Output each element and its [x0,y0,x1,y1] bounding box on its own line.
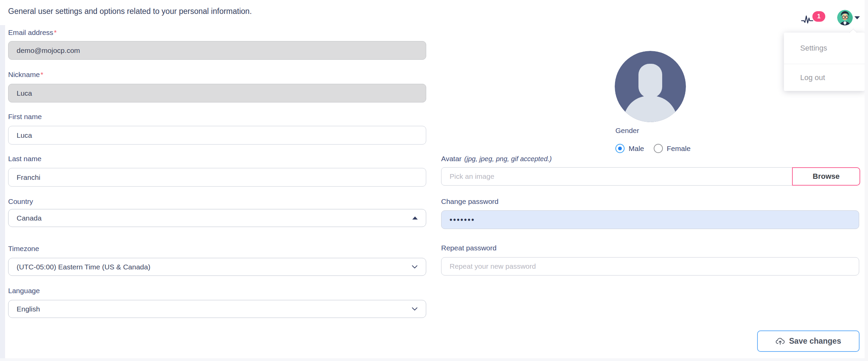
page-description: General user settings and options relate… [8,7,252,16]
user-avatar-image [837,10,853,25]
email-label: Email address* [8,28,57,37]
last-name-label: Last name [8,155,41,163]
gender-option-female[interactable]: Female [654,144,691,153]
change-password-input[interactable] [441,210,859,229]
language-value: English [17,305,40,313]
avatar-file-input[interactable] [441,167,792,186]
profile-avatar-placeholder [615,51,686,122]
user-menu-caret-icon[interactable] [854,16,860,19]
left-edge-strip [0,25,5,361]
avatar-label: Avatar [441,155,461,163]
timezone-value: (UTC-05:00) Eastern Time (US & Canada) [17,263,150,271]
required-asterisk: * [54,28,57,36]
browse-button[interactable]: Browse [792,167,860,186]
radio-male[interactable] [615,144,625,153]
last-name-input[interactable] [8,168,426,187]
repeat-password-input[interactable] [441,257,859,276]
notification-badge[interactable]: 1 [812,11,825,22]
nickname-input[interactable] [8,84,426,102]
bottom-edge-strip [0,358,868,361]
chevron-down-icon [412,265,418,269]
female-label: Female [667,145,691,153]
nickname-label: Nickname* [8,71,43,79]
country-label: Country [8,197,33,206]
menu-item-settings[interactable]: Settings [784,33,865,64]
gender-option-male[interactable]: Male [615,144,644,153]
chevron-down-icon [412,307,418,311]
first-name-label: First name [8,113,42,121]
gender-radio-group: Male Female [615,144,691,153]
first-name-input[interactable] [8,126,426,145]
radio-female[interactable] [654,144,663,153]
avatar-formats-note: (jpg, jpeg, png, gif accepted.) [464,155,552,163]
avatar-label-row: Avatar (jpg, jpeg, png, gif accepted.) [441,155,552,163]
vertical-scrollbar[interactable] [865,0,868,361]
save-changes-button[interactable]: Save changes [757,330,860,352]
change-password-label: Change password [441,197,498,206]
save-changes-label: Save changes [789,337,841,346]
user-settings-page: General user settings and options relate… [0,0,868,361]
language-label: Language [8,287,40,295]
required-asterisk: * [40,71,43,78]
cloud-upload-icon [775,337,785,345]
male-label: Male [629,145,644,153]
country-value: Canada [17,214,42,222]
country-select[interactable]: Canada [8,209,426,227]
person-silhouette-icon [615,51,686,122]
user-avatar[interactable] [837,10,853,25]
gender-label: Gender [615,127,639,135]
caret-up-icon [412,216,418,220]
language-select[interactable]: English [8,300,426,318]
user-dropdown-menu: Settings Log out [784,33,865,91]
timezone-select[interactable]: (UTC-05:00) Eastern Time (US & Canada) [8,258,426,276]
repeat-password-label: Repeat password [441,244,496,252]
timezone-label: Timezone [8,245,39,253]
menu-item-logout[interactable]: Log out [784,64,865,91]
email-input[interactable] [8,41,426,60]
